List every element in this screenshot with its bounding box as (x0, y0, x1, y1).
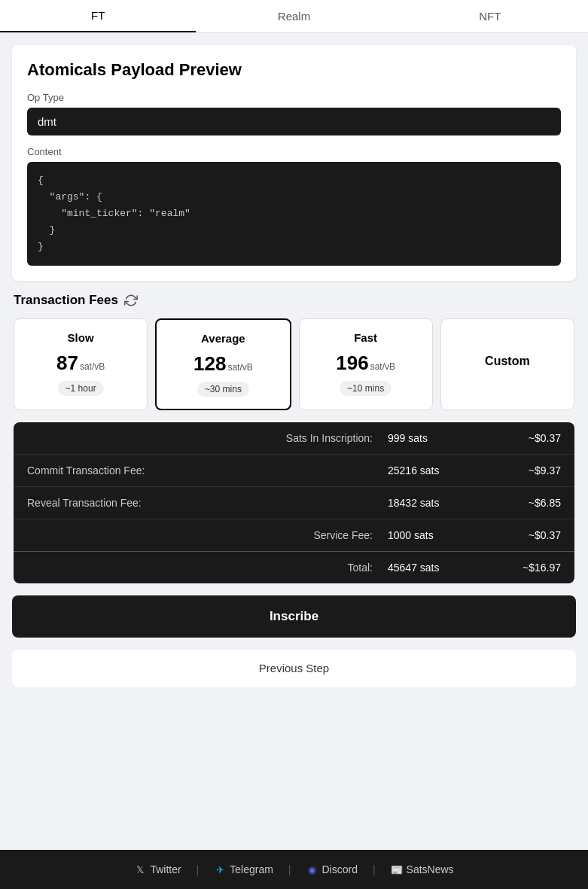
fee-label-commit: Commit Transaction Fee: (27, 464, 388, 476)
fee-usd-reveal: ~$6.85 (486, 497, 561, 509)
fee-usd-inscription: ~$0.37 (486, 432, 561, 444)
previous-step-button[interactable]: Previous Step (259, 662, 329, 674)
fee-row-reveal: Reveal Transaction Fee: 18432 sats ~$6.8… (14, 486, 574, 519)
fee-sats-service: 1000 sats (388, 529, 486, 541)
fee-custom-label: Custom (449, 331, 566, 391)
fee-row-service: Service Fee: 1000 sats ~$0.37 (14, 519, 574, 551)
fees-title: Transaction Fees (14, 293, 118, 308)
tab-ft[interactable]: FT (0, 0, 196, 32)
fee-fast-unit: sat/vB (370, 361, 395, 372)
twitter-icon: 𝕏 (134, 863, 146, 875)
footer-separator-2: | (288, 863, 291, 875)
fee-sats-commit: 25216 sats (388, 464, 486, 476)
fee-fast-time: ~10 mins (340, 381, 391, 396)
main-content: Atomicals Payload Preview Op Type dmt Co… (0, 33, 588, 850)
footer-satsnews-label: SatsNews (407, 863, 454, 875)
footer-telegram-link[interactable]: ✈ Telegram (214, 863, 273, 875)
op-type-value: dmt (27, 108, 561, 135)
fee-label-reveal: Reveal Transaction Fee: (27, 497, 388, 509)
payload-preview-card: Atomicals Payload Preview Op Type dmt Co… (12, 45, 576, 281)
fee-sats-reveal: 18432 sats (388, 497, 486, 509)
fee-fast-name: Fast (307, 331, 425, 344)
fee-label-total: Total: (27, 562, 388, 574)
fee-average-value: 128sat/vB (164, 352, 282, 376)
op-type-label: Op Type (27, 92, 561, 103)
fee-average-name: Average (164, 332, 282, 345)
content-value: { "args": { "mint_ticker": "realm" } } (27, 162, 561, 266)
telegram-icon: ✈ (214, 863, 226, 875)
fee-breakdown: Sats In Inscription: 999 sats ~$0.37 Com… (14, 422, 574, 583)
fee-card-slow[interactable]: Slow 87sat/vB ~1 hour (14, 318, 148, 410)
discord-icon: ◉ (306, 863, 318, 875)
fee-slow-unit: sat/vB (80, 361, 105, 372)
tab-realm[interactable]: Realm (196, 0, 391, 32)
fee-sats-total: 45647 sats (388, 562, 486, 574)
footer-separator-1: | (197, 863, 200, 875)
fees-header: Transaction Fees (14, 293, 574, 308)
footer-satsnews-link[interactable]: 📰 SatsNews (391, 863, 454, 875)
inscribe-button[interactable]: Inscribe (12, 595, 576, 638)
fee-average-unit: sat/vB (227, 362, 252, 373)
fee-fast-number: 196 (336, 352, 368, 374)
fee-fast-value: 196sat/vB (307, 352, 425, 375)
fee-slow-value: 87sat/vB (22, 352, 139, 375)
fee-average-number: 128 (193, 352, 226, 375)
footer-separator-3: | (373, 863, 376, 875)
footer-discord-label: Discord (321, 863, 357, 875)
tab-nft[interactable]: NFT (392, 0, 588, 32)
footer-twitter-link[interactable]: 𝕏 Twitter (134, 863, 181, 875)
transaction-fees-section: Transaction Fees Slow 87sat/vB ~1 hour A… (12, 293, 576, 583)
fee-cards-row: Slow 87sat/vB ~1 hour Average 128sat/vB … (14, 318, 574, 410)
fee-row-commit: Commit Transaction Fee: 25216 sats ~$9.3… (14, 454, 574, 486)
previous-step-container: Previous Step (12, 650, 576, 687)
fee-average-time: ~30 mins (197, 382, 249, 397)
fee-row-inscription: Sats In Inscription: 999 sats ~$0.37 (14, 422, 574, 454)
fee-usd-total: ~$16.97 (486, 562, 561, 574)
footer: 𝕏 Twitter | ✈ Telegram | ◉ Discord | 📰 S… (0, 850, 588, 889)
fee-label-inscription: Sats In Inscription: (27, 432, 388, 444)
satsnews-icon: 📰 (391, 863, 403, 875)
fee-slow-time: ~1 hour (58, 381, 104, 396)
footer-discord-link[interactable]: ◉ Discord (306, 863, 357, 875)
fee-card-custom[interactable]: Custom (440, 318, 574, 410)
content-label: Content (27, 146, 561, 157)
fee-label-service: Service Fee: (27, 529, 388, 541)
fee-slow-number: 87 (56, 352, 78, 374)
fee-usd-commit: ~$9.37 (486, 464, 561, 476)
fee-slow-name: Slow (22, 331, 139, 344)
fee-card-fast[interactable]: Fast 196sat/vB ~10 mins (299, 318, 433, 410)
fee-row-total: Total: 45647 sats ~$16.97 (14, 551, 574, 583)
footer-telegram-label: Telegram (230, 863, 273, 875)
refresh-icon[interactable] (124, 294, 138, 307)
fee-sats-inscription: 999 sats (388, 432, 486, 444)
tab-bar: FT Realm NFT (0, 0, 588, 33)
fee-card-average[interactable]: Average 128sat/vB ~30 mins (155, 318, 291, 410)
footer-twitter-label: Twitter (150, 863, 181, 875)
fee-usd-service: ~$0.37 (486, 529, 561, 541)
payload-preview-title: Atomicals Payload Preview (27, 60, 561, 80)
